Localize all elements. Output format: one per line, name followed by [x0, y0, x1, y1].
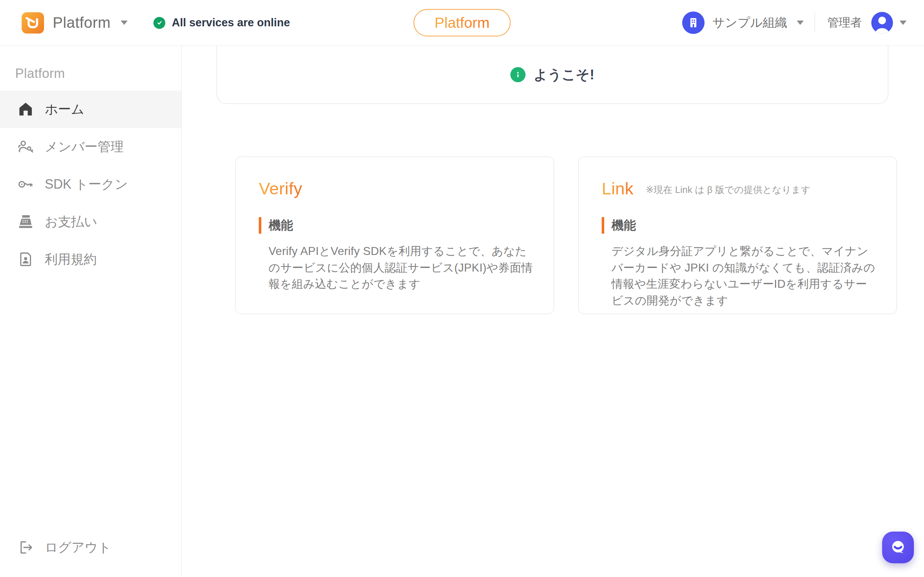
link-card-title: Link: [602, 179, 633, 198]
verify-card[interactable]: Verify 機能 Verify APIとVerify SDKを利用することで、…: [235, 156, 554, 314]
feature-heading: 機能: [268, 217, 293, 234]
org-name: サンプル組織: [712, 15, 787, 31]
logo-glyph: [26, 16, 40, 30]
sidebar: Platform ホーム メンバー管理 SDK トークン: [0, 46, 181, 577]
payment-icon: [17, 213, 34, 230]
platform-tab-label: Platform: [435, 15, 490, 31]
sidebar-item-label: メンバー管理: [45, 138, 124, 156]
platform-tab-button[interactable]: Platform: [414, 9, 511, 36]
top-header: Platform All services are online Platfor…: [0, 0, 924, 46]
sidebar-item-label: お支払い: [45, 213, 97, 231]
product-cards: Verify 機能 Verify APIとVerify SDKを利用することで、…: [235, 156, 924, 314]
chat-widget-button[interactable]: [882, 532, 914, 563]
link-beta-note: ※現在 Link は β 版での提供となります: [646, 184, 810, 196]
sidebar-item-terms[interactable]: 利用規約: [0, 240, 181, 278]
verify-card-title: Verify: [259, 179, 302, 198]
brand-switcher[interactable]: Platform: [22, 0, 128, 45]
status-label: All services are online: [172, 16, 290, 29]
info-icon: [510, 67, 525, 82]
link-card[interactable]: Link ※現在 Link は β 版での提供となります 機能 デジタル身分証ア…: [578, 156, 897, 314]
check-circle-icon: [153, 17, 165, 29]
caret-down-icon: [796, 21, 804, 25]
sidebar-item-sdk-token[interactable]: SDK トークン: [0, 166, 181, 203]
terms-icon: [17, 251, 34, 268]
welcome-message: ようこそ!: [533, 66, 594, 84]
sidebar-item-home[interactable]: ホーム: [0, 90, 181, 128]
main-content: ようこそ! Verify 機能 Verify APIとVerify SDKを利用…: [181, 46, 924, 577]
user-icon: [871, 12, 893, 34]
members-icon: [17, 139, 34, 155]
sidebar-section-label: Platform: [15, 66, 181, 81]
header-divider: [815, 13, 815, 33]
building-icon: [682, 11, 704, 34]
sidebar-item-label: SDK トークン: [45, 176, 128, 193]
account-area: サンプル組織 管理者: [682, 0, 907, 45]
service-status: All services are online: [153, 0, 290, 45]
trustdock-logo-icon: [22, 12, 44, 34]
role-label: 管理者: [827, 15, 862, 31]
feature-heading: 機能: [611, 217, 636, 234]
logout-icon: [17, 539, 34, 556]
verify-card-description: Verify APIとVerify SDKを利用することで、あなたのサービスに公…: [268, 243, 533, 292]
sidebar-item-logout[interactable]: ログアウト: [0, 529, 181, 566]
key-icon: [17, 176, 34, 193]
home-icon: [17, 101, 34, 118]
caret-down-icon: [121, 21, 128, 25]
caret-down-icon[interactable]: [900, 21, 907, 25]
welcome-banner: ようこそ!: [216, 46, 888, 104]
feature-accent-bar: [602, 217, 604, 234]
brand-name: Platform: [53, 14, 110, 31]
sidebar-item-payments[interactable]: お支払い: [0, 203, 181, 240]
feature-accent-bar: [259, 217, 261, 234]
sidebar-item-label: ログアウト: [45, 539, 111, 556]
link-card-description: デジタル身分証アプリと繋がることで、マイナンバーカードや JPKI の知識がなく…: [611, 243, 876, 309]
sidebar-item-label: ホーム: [45, 101, 84, 118]
sidebar-item-label: 利用規約: [45, 251, 97, 268]
user-avatar[interactable]: [871, 12, 893, 34]
org-switcher[interactable]: サンプル組織: [682, 11, 804, 34]
chat-bubble-icon: [889, 539, 907, 556]
sidebar-item-members[interactable]: メンバー管理: [0, 128, 181, 166]
